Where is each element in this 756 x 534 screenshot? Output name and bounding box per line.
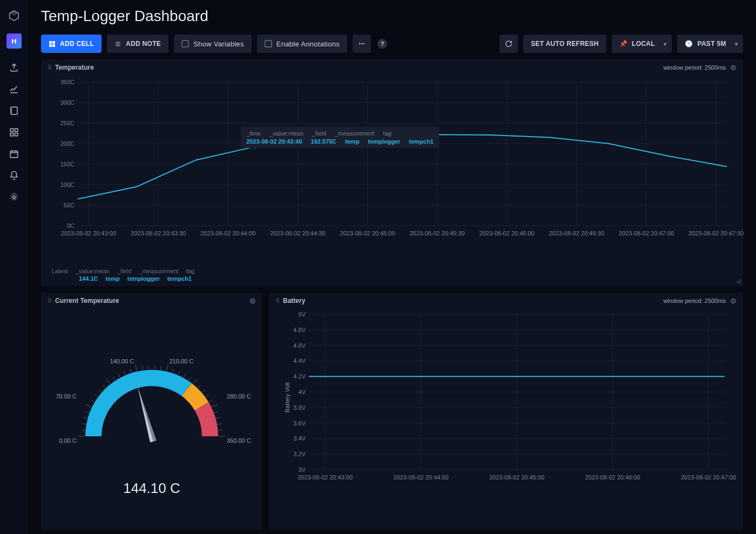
user-avatar[interactable]: H (6, 33, 22, 49)
svg-line-81 (214, 411, 218, 413)
ellipsis-icon: ⋯ (359, 40, 365, 48)
svg-line-65 (136, 364, 137, 371)
svg-text:50C: 50C (64, 202, 75, 208)
svg-line-52 (82, 424, 86, 424)
svg-line-74 (188, 377, 191, 381)
svg-rect-9 (49, 41, 52, 44)
svg-text:3.8V: 3.8V (293, 404, 306, 411)
svg-text:2023-08-02 20:43:30: 2023-08-02 20:43:30 (131, 230, 186, 236)
drag-handle-icon[interactable]: ⠿ (275, 298, 279, 305)
svg-text:2023-08-02 20:44:00: 2023-08-02 20:44:00 (200, 230, 255, 236)
time-range-dropdown[interactable]: 🕓 Past 5m ▾ (677, 35, 743, 53)
notebook-icon[interactable] (9, 106, 19, 116)
show-variables-toggle[interactable]: Show Variables (174, 35, 252, 53)
svg-line-83 (218, 424, 221, 424)
cell-settings-button[interactable]: ⚙ (730, 297, 737, 305)
chevron-down-icon: ▾ (735, 41, 738, 47)
resize-handle-icon[interactable]: ◢ (736, 276, 741, 284)
more-button[interactable]: ⋯ (353, 35, 371, 53)
svg-text:2023-08-02 20:43:00: 2023-08-02 20:43:00 (61, 230, 116, 236)
svg-text:4.2V: 4.2V (293, 373, 306, 380)
svg-text:2023-08-02 20:47:30: 2023-08-02 20:47:30 (688, 230, 744, 236)
gear-icon[interactable] (9, 192, 19, 202)
current-temperature-cell: ⠿ Current Temperature ⚙ (41, 293, 262, 530)
svg-text:210.00 C: 210.00 C (170, 358, 194, 364)
svg-text:4.6V: 4.6V (293, 342, 306, 349)
svg-line-82 (217, 417, 220, 418)
refresh-button[interactable] (500, 35, 518, 53)
chevron-down-icon: ▾ (664, 41, 666, 47)
window-period-label: window period: 2500ms (663, 64, 726, 71)
svg-line-56 (91, 400, 94, 402)
svg-line-55 (85, 404, 91, 407)
svg-line-72 (178, 371, 180, 375)
svg-text:0.00 C: 0.00 C (59, 437, 77, 444)
upload-icon[interactable] (9, 63, 19, 72)
svg-text:5V: 5V (299, 311, 306, 317)
svg-text:2023-08-02 20:44:00: 2023-08-02 20:44:00 (393, 474, 448, 481)
svg-text:2023-08-02 20:45:00: 2023-08-02 20:45:00 (489, 474, 544, 481)
cell-title: Current Temperature (55, 297, 119, 305)
clock-icon: 🕓 (685, 40, 693, 48)
svg-line-64 (130, 369, 131, 373)
refresh-icon (505, 40, 512, 48)
cell-settings-button[interactable]: ⚙ (730, 64, 737, 72)
temperature-cell: ⠿ Temperature window period: 2500ms ⚙ 0C… (41, 59, 743, 286)
drag-handle-icon[interactable]: ⠿ (48, 64, 51, 71)
svg-marker-87 (138, 386, 157, 442)
svg-line-69 (161, 366, 161, 370)
chart-icon[interactable] (9, 84, 19, 94)
svg-rect-3 (10, 129, 13, 131)
svg-line-59 (103, 385, 105, 388)
enable-annotations-toggle[interactable]: Enable Annotations (257, 35, 347, 53)
set-auto-refresh-button[interactable]: SET AUTO REFRESH (523, 35, 606, 53)
drag-handle-icon[interactable]: ⠿ (48, 298, 51, 305)
svg-text:4.8V: 4.8V (293, 327, 306, 333)
add-cell-button[interactable]: ADD CELL (41, 35, 102, 53)
add-note-button[interactable]: ADD NOTE (107, 35, 168, 53)
main-content: Temp-Logger Dashboard ADD CELL ADD NOTE … (28, 0, 756, 534)
svg-text:3.4V: 3.4V (293, 435, 306, 442)
dashboard-icon[interactable] (9, 127, 19, 137)
svg-text:3.6V: 3.6V (293, 420, 306, 427)
gauge-value: 144.10 C (123, 480, 180, 497)
svg-text:2023-08-02 20:45:30: 2023-08-02 20:45:30 (409, 230, 464, 236)
list-icon (114, 40, 122, 48)
help-button[interactable]: ? (377, 39, 387, 49)
svg-text:Battery Volt: Battery Volt (284, 382, 291, 413)
svg-point-8 (13, 196, 16, 199)
svg-line-79 (209, 400, 212, 402)
battery-chart[interactable]: Battery Volt 3V3.2V3.4V3.6V3.8V4V4.2V4.4… (269, 309, 743, 530)
svg-text:200C: 200C (60, 140, 75, 147)
svg-line-60 (106, 379, 110, 384)
calendar-icon[interactable] (9, 149, 19, 159)
svg-text:4V: 4V (299, 389, 306, 395)
svg-line-80 (212, 404, 218, 407)
svg-line-62 (118, 374, 120, 377)
svg-line-58 (98, 390, 101, 393)
cell-settings-button[interactable]: ⚙ (249, 297, 256, 305)
battery-cell: ⠿ Battery window period: 2500ms ⚙ Batter… (269, 293, 743, 530)
svg-line-75 (193, 379, 197, 384)
app-logo-icon (8, 10, 20, 22)
temperature-chart[interactable]: 0C50C100C150C200C250C300C350C 2023-08-02… (41, 76, 743, 268)
cell-title: Temperature (55, 64, 94, 71)
toolbar: ADD CELL ADD NOTE Show Variables Enable … (41, 35, 743, 53)
page-title: Temp-Logger Dashboard (41, 8, 743, 25)
svg-line-71 (172, 369, 173, 373)
svg-line-66 (142, 366, 143, 370)
svg-line-54 (85, 411, 89, 413)
svg-text:250C: 250C (60, 120, 75, 126)
svg-rect-5 (10, 133, 13, 136)
svg-line-53 (84, 417, 87, 418)
timezone-dropdown[interactable]: 📌 Local ▾ (612, 35, 672, 53)
svg-text:2023-08-02 20:45:00: 2023-08-02 20:45:00 (340, 230, 395, 236)
svg-text:2023-08-02 20:47:00: 2023-08-02 20:47:00 (681, 474, 736, 481)
temperature-gauge: 0.00 C 70.00 C 140.00 C 210.00 C 280.00 … (41, 309, 262, 530)
svg-line-51 (82, 430, 85, 430)
bell-icon[interactable] (9, 171, 19, 180)
svg-text:280.00 C: 280.00 C (227, 393, 251, 400)
svg-line-63 (124, 371, 126, 375)
svg-line-77 (202, 390, 205, 393)
svg-line-76 (198, 385, 201, 388)
